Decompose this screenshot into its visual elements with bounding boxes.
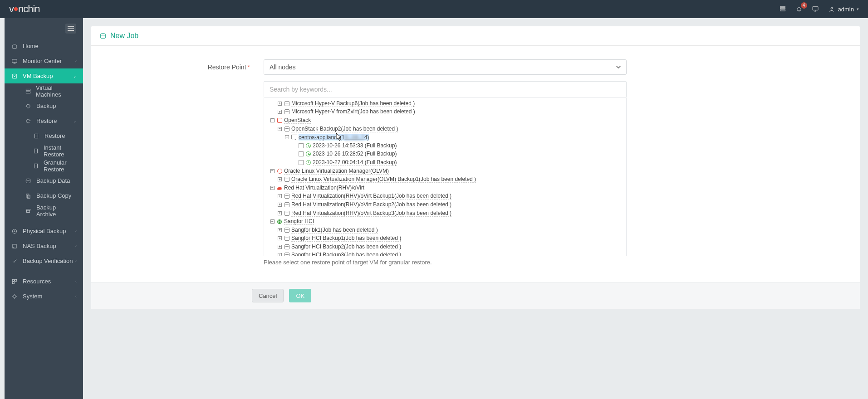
svg-point-12 bbox=[26, 179, 30, 180]
tree-node-restorepoint[interactable]: 2023-10-27 00:04:14 (Full Backup) bbox=[267, 158, 623, 167]
list-icon[interactable] bbox=[779, 5, 787, 13]
expand-icon[interactable]: + bbox=[278, 110, 282, 114]
archive-icon bbox=[25, 207, 32, 214]
gear-icon bbox=[11, 293, 18, 300]
svg-rect-5 bbox=[12, 59, 17, 62]
sidebar-item-instant[interactable]: Instant Restore bbox=[5, 143, 83, 158]
svg-point-17 bbox=[12, 229, 16, 233]
svg-rect-14 bbox=[27, 195, 30, 198]
tree-node-job[interactable]: + Sangfor HCI Backup2(Job has been delet… bbox=[267, 243, 623, 251]
sidebar-label: Home bbox=[23, 43, 39, 49]
checkbox[interactable] bbox=[299, 160, 304, 165]
refresh-icon bbox=[25, 102, 32, 110]
checkbox[interactable] bbox=[299, 143, 304, 148]
tree-node-job[interactable]: + Red Hat Virtualization(RHV)/oVirt Back… bbox=[267, 200, 623, 209]
tree-label: Red Hat Virtualization(RHV)/oVirt Backup… bbox=[291, 193, 451, 200]
expand-icon[interactable]: + bbox=[278, 194, 282, 198]
tree-node-job[interactable]: + Microsoft Hyper-V Backup6(Job has been… bbox=[267, 99, 623, 108]
expand-icon[interactable]: + bbox=[278, 245, 282, 249]
tree-node-job[interactable]: + Microsoft Hyper-V fromZvirt(Job has be… bbox=[267, 108, 623, 117]
tree-node-restorepoint[interactable]: 2023-10-26 14:53:33 (Full Backup) bbox=[267, 141, 623, 150]
sidebar-label: Restore bbox=[44, 132, 65, 139]
tree-node-job[interactable]: + Oracle Linux Virtualization Manager(OL… bbox=[267, 175, 623, 184]
bell-icon[interactable]: 4 bbox=[795, 5, 804, 13]
expand-icon[interactable]: + bbox=[278, 203, 282, 207]
panel-title: New Job bbox=[91, 26, 860, 46]
home-icon bbox=[11, 43, 18, 50]
tree-node-platform[interactable]: − OpenStack bbox=[267, 116, 623, 125]
cancel-button[interactable]: Cancel bbox=[252, 289, 284, 302]
svg-rect-21 bbox=[12, 279, 14, 281]
expand-icon[interactable]: + bbox=[278, 228, 282, 232]
nodes-select[interactable]: All nodes bbox=[264, 59, 627, 75]
tree-node-job[interactable]: − OpenStack Backup2(Job has been deleted… bbox=[267, 125, 623, 133]
chevron-left-icon: ‹ bbox=[75, 259, 77, 263]
expand-icon[interactable]: + bbox=[278, 177, 282, 181]
tree-node-platform[interactable]: − Red Hat Virtualization(RHV)/oVirt bbox=[267, 184, 623, 192]
vm-icon bbox=[11, 73, 18, 80]
new-job-panel: New Job Restore Point* All nodes + bbox=[91, 26, 860, 309]
sidebar-item-restore2[interactable]: Restore bbox=[5, 128, 83, 143]
tree-label: Sangfor HCI Backup1(Job has been deleted… bbox=[291, 235, 401, 242]
svg-rect-7 bbox=[26, 89, 30, 91]
collapse-icon[interactable]: − bbox=[270, 219, 275, 224]
tree-node-job[interactable]: + Sangfor bk1(Job has been deleted ) bbox=[267, 226, 623, 234]
vm-instance-icon bbox=[291, 135, 297, 140]
sidebar-item-bkcopy[interactable]: Backup Copy bbox=[5, 188, 83, 203]
app-header: vnchin 4 admin ▾ bbox=[0, 0, 868, 18]
sidebar-item-system[interactable]: System‹ bbox=[5, 289, 83, 304]
user-menu[interactable]: admin ▾ bbox=[828, 5, 859, 13]
sidebar-item-verify[interactable]: Backup Verification‹ bbox=[5, 253, 83, 268]
doc-icon bbox=[33, 162, 39, 170]
sidebar-item-vms[interactable]: Virtual Machines bbox=[5, 83, 83, 98]
tree-node-vm-selected[interactable]: − centos-appliance(19...08..74) bbox=[267, 133, 623, 141]
hamburger-icon[interactable] bbox=[65, 24, 76, 34]
tree-label: Microsoft Hyper-V fromZvirt(Job has been… bbox=[291, 108, 415, 115]
sidebar-label: Physical Backup bbox=[23, 228, 66, 234]
sidebar-item-restore[interactable]: Restore⌄ bbox=[5, 113, 83, 128]
sidebar-item-monitor[interactable]: Monitor Center‹ bbox=[5, 54, 83, 68]
job-icon bbox=[284, 177, 289, 182]
chevron-left-icon: ‹ bbox=[75, 294, 77, 299]
sidebar-item-granular[interactable]: Granular Restore bbox=[5, 158, 83, 173]
clock-icon bbox=[305, 143, 311, 148]
collapse-icon[interactable]: − bbox=[270, 186, 275, 190]
ok-button[interactable]: OK bbox=[289, 289, 311, 302]
sidebar-item-resources[interactable]: Resources‹ bbox=[5, 274, 83, 289]
sidebar-item-archive[interactable]: Backup Archive bbox=[5, 203, 83, 218]
tree-node-job[interactable]: + Red Hat Virtualization(RHV)/oVirt Back… bbox=[267, 209, 623, 218]
search-input[interactable] bbox=[264, 81, 627, 97]
collapse-icon[interactable]: − bbox=[285, 135, 289, 139]
expand-icon[interactable]: + bbox=[278, 102, 282, 106]
sidebar-item-home[interactable]: Home bbox=[5, 39, 83, 54]
nas-icon bbox=[11, 243, 18, 250]
sidebar-item-nas[interactable]: NAS Backup‹ bbox=[5, 238, 83, 253]
sidebar-item-backup[interactable]: Backup bbox=[5, 98, 83, 113]
tree-label: Red Hat Virtualization(RHV)/oVirt Backup… bbox=[291, 201, 451, 208]
tree-node-job[interactable]: + Sangfor HCI Backup1(Job has been delet… bbox=[267, 234, 623, 243]
expand-icon[interactable]: + bbox=[278, 253, 282, 256]
tree-node-restorepoint[interactable]: 2023-10-26 15:28:52 (Full Backup) bbox=[267, 150, 623, 159]
collapse-icon[interactable]: − bbox=[270, 118, 275, 122]
expand-icon[interactable]: + bbox=[278, 211, 282, 215]
restore-tree[interactable]: + Microsoft Hyper-V Backup6(Job has been… bbox=[264, 97, 627, 256]
tree-node-job[interactable]: + Sangfor HCI Backup3(Job has been delet… bbox=[267, 251, 623, 256]
job-icon bbox=[284, 244, 289, 249]
expand-icon[interactable]: + bbox=[278, 236, 282, 240]
sidebar-item-vmbackup[interactable]: VM Backup⌄ bbox=[5, 68, 83, 83]
collapse-icon[interactable]: − bbox=[278, 127, 282, 131]
sidebar-item-physical[interactable]: Physical Backup‹ bbox=[5, 224, 83, 238]
check-icon bbox=[11, 258, 18, 265]
panel-title-text: New Job bbox=[110, 32, 138, 40]
checkbox[interactable] bbox=[299, 151, 304, 156]
sidebar: Home Monitor Center‹ VM Backup⌄ Virtual … bbox=[5, 18, 83, 399]
collapse-icon[interactable]: − bbox=[270, 169, 275, 173]
tree-node-job[interactable]: + Red Hat Virtualization(RHV)/oVirt Back… bbox=[267, 192, 623, 201]
svg-rect-25 bbox=[101, 34, 106, 38]
main-area: New Job Restore Point* All nodes + bbox=[83, 18, 868, 399]
tree-node-platform[interactable]: − Oracle Linux Virtualization Manager(OL… bbox=[267, 167, 623, 175]
sidebar-item-bkdata[interactable]: Backup Data bbox=[5, 173, 83, 188]
tree-node-platform[interactable]: − Sangfor HCI bbox=[267, 217, 623, 226]
monitor-icon[interactable] bbox=[812, 5, 820, 13]
svg-point-26 bbox=[277, 188, 282, 190]
